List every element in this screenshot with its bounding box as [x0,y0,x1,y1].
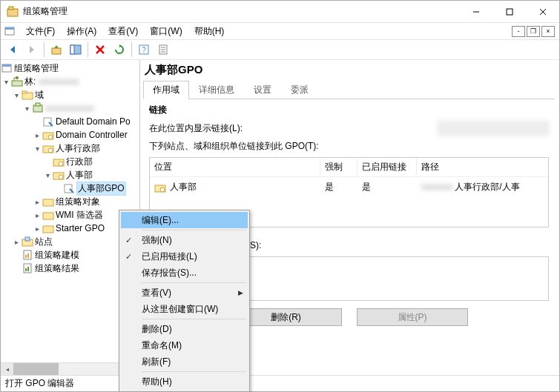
collapse-icon[interactable]: ▾ [22,104,32,113]
col-path[interactable]: 路径 [417,158,548,176]
tree-root[interactable]: 组策略管理 [1,62,139,75]
col-location[interactable]: 位置 [150,158,320,176]
tree-default-gpo[interactable]: Default Domain Po [1,115,139,128]
ou-icon [154,182,166,193]
mdi-minimize-button[interactable]: - [512,26,525,37]
minimize-button[interactable] [459,1,493,22]
collapse-icon[interactable]: ▾ [32,144,42,153]
scroll-left-button[interactable]: ◂ [1,363,13,375]
tab-scope[interactable]: 作用域 [143,81,189,99]
svg-rect-10 [70,45,74,54]
window-title: 组策略管理 [23,5,459,18]
expand-icon[interactable]: ▸ [32,198,42,206]
links-heading: 链接 [149,104,549,116]
show-hide-tree-button[interactable] [67,41,85,59]
maximize-button[interactable] [493,1,526,22]
menu-action[interactable]: 操作(A) [61,24,102,39]
table-row[interactable]: 人事部 是 是 xxxxxxx 人事行政部/人事 [150,177,548,197]
tree-ou-hr[interactable]: ▾人事部 [1,168,139,182]
close-button[interactable] [526,1,559,22]
tree-domains[interactable]: ▾域 [1,88,139,102]
col-enabled[interactable]: 已启用链接 [358,158,417,176]
report-icon [22,262,33,274]
help-button[interactable]: ? [135,41,153,59]
ctx-new-window[interactable]: 从这里创建窗口(W) [121,301,248,317]
expand-icon[interactable]: ▸ [11,238,22,246]
ctx-refresh[interactable]: 刷新(F) [121,353,248,370]
status-text: 打开 GPO 编辑器 [5,377,74,390]
ctx-save-report[interactable]: 保存报告(S)... [121,265,248,281]
expand-icon[interactable]: ▸ [32,225,42,233]
properties-button[interactable] [154,41,172,59]
ou-icon [53,169,65,181]
svg-rect-8 [52,48,61,54]
ctx-separator [142,319,246,319]
svg-rect-27 [44,118,51,126]
tab-delegation[interactable]: 委派 [281,81,318,99]
menu-window[interactable]: 窗口(W) [144,24,188,39]
toolbar-separator [131,42,132,57]
svg-point-31 [48,148,53,153]
menu-file[interactable]: 文件(F) [20,24,61,39]
mdi-close-button[interactable]: × [541,26,555,37]
links-table-caption: 下列站点、域和组织单位链接到此 GPO(T): [149,140,549,153]
tree-gpo-hr[interactable]: 人事部GPO [1,182,139,195]
report-icon [22,249,33,261]
ctx-edit[interactable]: 编辑(E)... [121,212,248,228]
folder-icon [42,196,54,207]
gpo-link-icon [42,116,54,127]
col-forced[interactable]: 强制 [320,158,358,176]
ou-icon [53,156,65,167]
svg-rect-3 [507,9,513,15]
tree-forest[interactable]: ▾林:xxxxxxxxx [1,75,139,88]
svg-rect-24 [22,91,27,93]
ctx-rename[interactable]: 重命名(M) [121,337,248,353]
ctx-enable-link[interactable]: ✓已启用链接(L) [121,248,248,265]
tree-gpo-objects[interactable]: ▸组策略对象 [1,195,139,208]
delete-button[interactable] [91,41,109,59]
collapse-icon[interactable]: ▾ [11,91,22,99]
svg-rect-7 [5,27,14,30]
tree-ou-hr-admin[interactable]: ▾人事行政部 [1,142,139,155]
menu-help[interactable]: 帮助(H) [188,24,231,39]
scroll-thumb[interactable] [13,363,59,375]
submenu-arrow-icon: ▶ [238,289,243,296]
tree-domain-node[interactable]: ▾xxxxxxxxxxx [1,102,139,115]
menu-view[interactable]: 查看(V) [102,24,144,39]
up-button[interactable] [47,41,65,59]
expand-icon[interactable]: ▸ [32,131,42,139]
ctx-delete[interactable]: 删除(D) [121,321,248,337]
sites-icon [22,236,33,248]
ctx-view[interactable]: 查看(V)▶ [121,285,248,301]
svg-text:?: ? [142,46,146,54]
tab-details[interactable]: 详细信息 [189,81,244,99]
svg-rect-36 [65,185,72,193]
location-combo[interactable] [438,121,549,136]
ctx-force[interactable]: ✓强制(N) [121,232,248,248]
ctx-separator [142,371,246,372]
tree-dc[interactable]: ▸Domain Controller [1,128,139,142]
tree-ou-admin[interactable]: 行政部 [1,155,139,168]
mdi-restore-button[interactable]: ❐ [527,26,540,37]
mmc-root-icon [1,62,13,74]
context-menu: 编辑(E)... ✓强制(N) ✓已启用链接(L) 保存报告(S)... 查看(… [119,210,250,392]
table-header: 位置 强制 已启用链接 路径 [150,158,548,177]
back-button[interactable] [4,41,22,59]
svg-rect-20 [2,64,11,67]
collapse-icon[interactable]: ▾ [1,78,11,86]
expand-icon[interactable]: ▸ [32,211,42,219]
svg-rect-47 [27,267,29,271]
folder-icon [22,89,33,101]
svg-rect-1 [9,7,13,10]
forward-button[interactable] [23,41,41,59]
refresh-button[interactable] [111,41,128,59]
ctx-help[interactable]: 帮助(H) [121,373,248,390]
collapse-icon[interactable]: ▾ [42,171,53,179]
page-title: 人事部GPO [143,62,555,80]
svg-rect-46 [25,268,27,271]
toolbar-separator [44,42,45,57]
mdi-controls: - ❐ × [512,26,555,37]
ctx-separator [142,282,246,283]
tab-settings[interactable]: 设置 [244,81,281,99]
svg-point-29 [48,135,53,139]
